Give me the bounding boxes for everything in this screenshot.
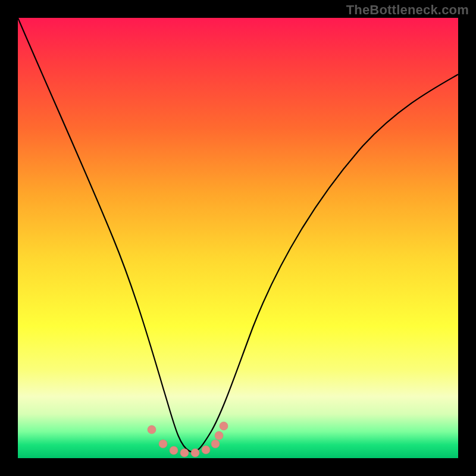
marker-dot (180, 449, 189, 457)
marker-dot (220, 422, 228, 430)
marker-dot (202, 446, 210, 454)
marker-dot (170, 446, 178, 455)
marker-dot (211, 440, 220, 448)
chart-plot-area (18, 18, 458, 458)
marker-dot (215, 431, 223, 440)
marker-dot (148, 425, 156, 434)
chart-svg (18, 18, 458, 458)
marker-dot (159, 440, 167, 448)
marker-group (148, 422, 228, 457)
bottleneck-curve (18, 18, 458, 452)
chart-frame: TheBottleneck.com (0, 0, 476, 476)
marker-dot (191, 449, 199, 457)
watermark-text: TheBottleneck.com (346, 2, 469, 18)
